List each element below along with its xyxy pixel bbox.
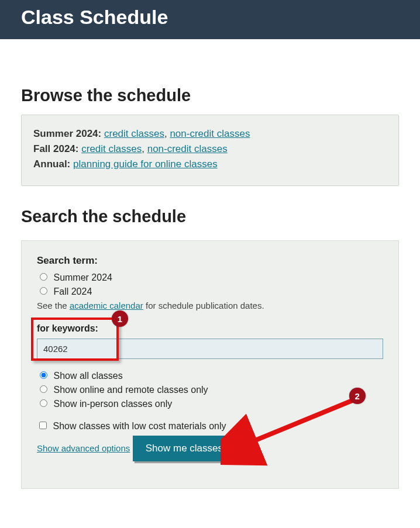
browse-heading: Browse the schedule — [21, 86, 399, 105]
display-radio-online[interactable] — [40, 385, 47, 393]
submit-button[interactable]: Show me classes — [133, 436, 236, 461]
link-advanced-options[interactable]: Show advanced options — [37, 443, 130, 453]
browse-label: Fall 2024: — [33, 143, 79, 154]
lowcost-label: Show classes with low cost materials onl… — [53, 421, 226, 431]
display-option-online[interactable]: Show online and remote classes only — [37, 384, 383, 395]
link-academic-calendar[interactable]: academic calendar — [70, 301, 143, 310]
browse-line-summer: Summer 2024: credit classes, non-credit … — [33, 128, 387, 140]
display-radio-all[interactable] — [40, 371, 47, 379]
page-header: Class Schedule — [0, 0, 420, 39]
link-summer-credit[interactable]: credit classes — [104, 128, 164, 139]
term-option-summer[interactable]: Summer 2024 — [37, 271, 383, 283]
display-option-inperson[interactable]: Show in-person classes only — [37, 398, 383, 409]
term-radio-label: Fall 2024 — [53, 287, 92, 296]
lowcost-option[interactable]: Show classes with low cost materials onl… — [37, 420, 383, 432]
link-summer-noncredit[interactable]: non-credit classes — [170, 128, 250, 139]
search-term-label: Search term: — [37, 255, 383, 267]
browse-box: Summer 2024: credit classes, non-credit … — [21, 115, 399, 186]
search-box: Search term: Summer 2024 Fall 2024 See t… — [21, 240, 399, 489]
search-heading: Search the schedule — [21, 207, 399, 226]
submit-wrap: Show me classes 2 — [133, 436, 236, 461]
display-radio-inperson[interactable] — [40, 399, 47, 407]
keywords-group: 1 for keywords: — [37, 321, 383, 359]
term-hint: See the academic calendar for schedule p… — [37, 301, 383, 310]
page-content: Browse the schedule Summer 2024: credit … — [0, 39, 420, 512]
term-radio-summer[interactable] — [40, 273, 47, 281]
link-annual-guide[interactable]: planning guide for online classes — [73, 158, 218, 170]
page-title: Class Schedule — [21, 6, 399, 29]
display-radio-label: Show online and remote classes only — [53, 385, 208, 395]
link-fall-credit[interactable]: credit classes — [81, 143, 142, 154]
keywords-label: for keywords: — [37, 321, 383, 334]
term-radio-fall[interactable] — [40, 287, 47, 295]
lowcost-checkbox[interactable] — [39, 422, 47, 429]
browse-line-annual: Annual: planning guide for online classe… — [33, 158, 387, 170]
browse-label: Annual: — [33, 158, 70, 170]
display-radio-label: Show in-person classes only — [53, 399, 172, 409]
browse-line-fall: Fall 2024: credit classes, non-credit cl… — [33, 143, 387, 155]
term-option-fall[interactable]: Fall 2024 — [37, 285, 383, 297]
keywords-input[interactable] — [37, 339, 383, 359]
link-fall-noncredit[interactable]: non-credit classes — [147, 143, 228, 154]
display-option-all[interactable]: Show all classes — [37, 370, 383, 381]
term-radio-label: Summer 2024 — [53, 272, 112, 282]
display-radio-label: Show all classes — [53, 371, 122, 381]
browse-label: Summer 2024: — [33, 128, 101, 139]
